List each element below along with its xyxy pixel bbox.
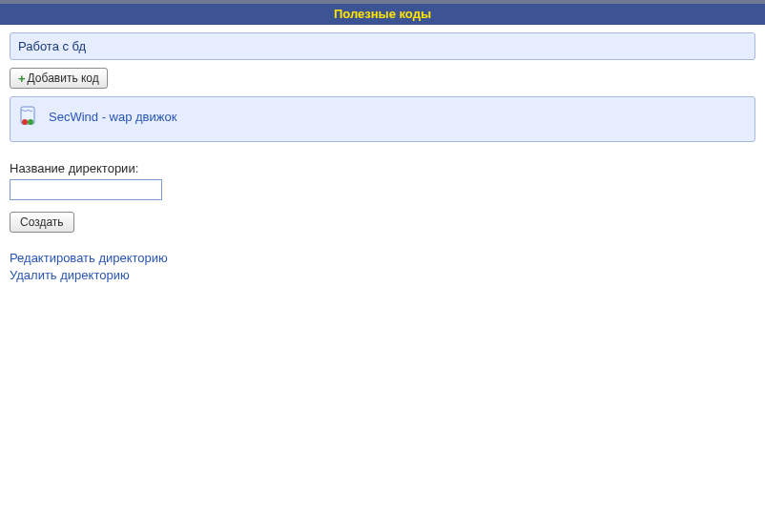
dir-name-label: Название директории: — [10, 161, 755, 175]
add-code-button-label: Добавить код — [28, 72, 99, 85]
breadcrumb-text: Работа с бд — [18, 39, 86, 53]
create-button[interactable]: Создать — [10, 212, 74, 233]
page-title: Полезные коды — [334, 7, 431, 21]
code-entry: SecWind - wap движок — [10, 96, 755, 142]
svg-point-1 — [22, 119, 28, 125]
page-header: Полезные коды — [0, 4, 765, 25]
code-entry-link[interactable]: SecWind - wap движок — [49, 110, 176, 124]
plus-icon: + — [18, 72, 26, 85]
dir-action-links: Редактировать директорию Удалить директо… — [10, 250, 755, 284]
edit-dir-link[interactable]: Редактировать директорию — [10, 250, 755, 267]
svg-point-2 — [28, 119, 33, 125]
script-icon — [18, 105, 41, 128]
delete-dir-link[interactable]: Удалить директорию — [10, 267, 755, 284]
breadcrumb: Работа с бд — [10, 32, 755, 60]
create-dir-form: Название директории: Создать — [10, 161, 755, 250]
dir-name-input[interactable] — [10, 179, 162, 200]
add-code-button[interactable]: + Добавить код — [10, 68, 108, 89]
main-content: Работа с бд + Добавить код SecWind - wap… — [0, 25, 765, 292]
